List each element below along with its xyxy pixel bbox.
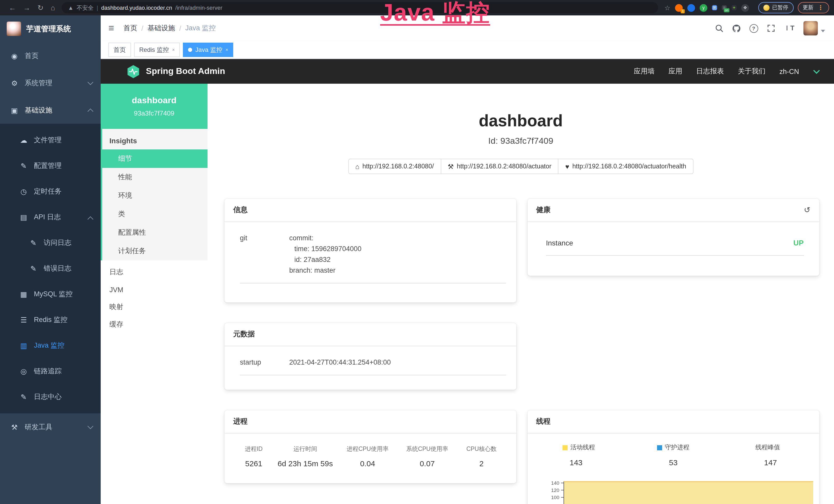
sidebar-item-mysql-monitor[interactable]: ▦ MySQL 监控	[0, 281, 101, 307]
github-icon[interactable]	[732, 24, 741, 32]
sidebar-item-java-monitor[interactable]: ▥ Java 监控	[0, 333, 101, 359]
sba-nav-journal[interactable]: 日志报表	[696, 67, 724, 76]
sidebar-item-label: 定时任务	[34, 187, 62, 196]
sidebar-item-label: MySQL 监控	[34, 290, 73, 299]
search-icon[interactable]	[715, 24, 723, 32]
table-row: git commit: time: 1596289704000 id: 27aa…	[240, 233, 506, 283]
menu-item-logs[interactable]: 日志	[101, 264, 207, 281]
process-card: 进程 进程ID 运行时间 进程CPU使用率 系统CPU使用率 CPU核心数	[224, 410, 516, 483]
tag-home[interactable]: 首页	[108, 43, 131, 57]
sba-nav-about[interactable]: 关于我们	[738, 67, 765, 76]
extension-icons: 1 y ⊞ ≡on ✦ ❖	[675, 4, 749, 12]
sidebar-item-infrastructure[interactable]: ▣ 基础设施	[0, 96, 101, 124]
menu-item-jvm[interactable]: JVM	[101, 281, 207, 298]
reload-icon[interactable]: ↻	[38, 0, 43, 16]
breadcrumb-home[interactable]: 首页	[123, 24, 137, 33]
sidebar-item-api-logs[interactable]: ▤ API 日志	[0, 204, 101, 230]
legend-label: 守护进程	[665, 443, 689, 452]
paused-button[interactable]: 已暂停	[758, 2, 793, 13]
home-icon[interactable]: ⌂	[50, 0, 55, 16]
sidebar-item-system-mgmt[interactable]: ⚙ 系统管理	[0, 69, 101, 96]
sidebar-item-label: 文件管理	[34, 136, 62, 145]
sidebar-item-redis-monitor[interactable]: ☰ Redis 监控	[0, 307, 101, 333]
service-url-button[interactable]: ⌂ http://192.168.0.2:48080/	[348, 159, 441, 174]
sidebar-item-log-center[interactable]: ✎ 日志中心	[0, 384, 101, 410]
browser-menu-icon[interactable]: ⋮	[817, 4, 824, 11]
sidebar-item-dev-tools[interactable]: ⚒ 研发工具	[0, 413, 101, 441]
update-button[interactable]: 更新 ⋮	[797, 2, 829, 13]
sba-locale-select[interactable]: zh-CN	[779, 68, 799, 75]
help-icon[interactable]: ?	[749, 24, 758, 32]
back-icon[interactable]: ←	[9, 0, 16, 16]
sidebar-item-label: 基础设施	[25, 106, 52, 115]
sidebar-item-config-mgmt[interactable]: ✎ 配置管理	[0, 153, 101, 179]
close-icon[interactable]: ×	[225, 47, 228, 52]
extension-grid-icon[interactable]: ⊞	[712, 5, 717, 10]
sidebar-item-home[interactable]: ◉ 首页	[0, 42, 101, 69]
sidebar-item-label: Redis 监控	[34, 315, 68, 324]
y-tick: 100	[551, 494, 564, 501]
chevron-down-icon[interactable]	[813, 67, 819, 74]
menu-item-classes[interactable]: 类	[102, 205, 207, 223]
menu-item-details[interactable]: 细节	[102, 150, 207, 168]
menu-item-scheduled-tasks[interactable]: 计划任务	[102, 242, 207, 260]
health-url-button[interactable]: ♥ http://192.168.0.2:48080/actuator/heal…	[558, 159, 694, 174]
edit-icon: ✎	[20, 393, 28, 401]
extension-pin-icon[interactable]	[687, 4, 695, 12]
git-id-line: id: 27aa832	[289, 254, 506, 265]
threads-legend: 活动线程 守护进程 线程峰值	[532, 443, 815, 452]
y-tick: 120	[551, 486, 564, 494]
threads-chart: 140 120 100	[535, 479, 813, 504]
menu-item-config-props[interactable]: 配置属性	[102, 223, 207, 242]
legend-label: 线程峰值	[755, 443, 780, 452]
sidebar-item-access-logs[interactable]: ✎ 访问日志	[0, 230, 101, 256]
close-icon[interactable]: ×	[172, 47, 175, 52]
extension-switch-icon[interactable]: ≡on	[722, 5, 727, 10]
history-icon[interactable]: ↺	[804, 205, 810, 215]
metadata-row-key: startup	[240, 357, 289, 375]
sidebar-item-label: API 日志	[34, 212, 61, 222]
sidebar-item-label: 配置管理	[34, 161, 62, 170]
wrench-icon: ⚒	[448, 162, 454, 170]
bookmark-star-icon[interactable]: ☆	[664, 4, 671, 12]
extensions-puzzle-icon[interactable]: ❖	[741, 4, 749, 12]
actuator-url-button[interactable]: ⚒ http://192.168.0.2:48080/actuator	[440, 159, 559, 174]
tag-redis-monitor[interactable]: Redis 监控 ×	[134, 43, 180, 57]
breadcrumb-infrastructure[interactable]: 基础设施	[148, 24, 175, 33]
avatar-caret-icon[interactable]	[821, 29, 825, 32]
peak-threads-value: 147	[722, 458, 819, 467]
menu-item-environment[interactable]: 环境	[102, 186, 207, 205]
menu-item-mappings[interactable]: 映射	[101, 298, 207, 316]
extension-leaf-icon[interactable]: ✦	[731, 5, 737, 10]
emoji-face-icon	[763, 5, 770, 11]
instance-menu: 日志 JVM 映射 缓存	[101, 260, 207, 333]
active-dot	[188, 48, 192, 52]
health-card-title: 健康	[536, 205, 551, 215]
health-card-header: 健康 ↺	[528, 199, 819, 221]
menu-item-metrics[interactable]: 性能	[102, 168, 207, 186]
menu-item-caches[interactable]: 缓存	[101, 316, 207, 333]
sba-nav-wallboard[interactable]: 应用墙	[634, 67, 655, 76]
info-card-title: 信息	[224, 199, 516, 221]
sidebar-item-scheduled-jobs[interactable]: ◷ 定时任务	[0, 179, 101, 204]
extension-y-icon[interactable]: y	[700, 4, 707, 12]
sidebar-item-error-logs[interactable]: ✎ 错误日志	[0, 256, 101, 281]
y-tick: 140	[551, 479, 564, 486]
live-threads-area	[564, 481, 813, 504]
address-bar[interactable]: ▲ 不安全 | dashboard.yudao.iocoder.cn/infra…	[62, 2, 658, 13]
sidebar-item-tracing[interactable]: ◎ 链路追踪	[0, 359, 101, 384]
sba-nav-applications[interactable]: 应用	[668, 67, 682, 76]
security-label[interactable]: 不安全	[76, 4, 93, 12]
sidebar-item-file-mgmt[interactable]: ☁ 文件管理	[0, 127, 101, 153]
info-table: git commit: time: 1596289704000 id: 27aa…	[240, 233, 506, 283]
forward-icon[interactable]: →	[23, 0, 30, 16]
extension-orange-icon[interactable]: 1	[675, 4, 683, 12]
chevron-down-icon	[88, 79, 93, 85]
font-size-icon[interactable]: ｌT	[784, 24, 794, 33]
tag-java-monitor[interactable]: Java 监控 ×	[183, 43, 234, 57]
health-instance-row[interactable]: Instance UP	[546, 239, 804, 256]
fullscreen-icon[interactable]	[767, 24, 775, 32]
hamburger-icon[interactable]: ≡	[108, 23, 114, 34]
info-card: 信息 git commit: time: 1596289704000 id: 2…	[224, 199, 516, 302]
user-avatar[interactable]	[803, 21, 817, 36]
